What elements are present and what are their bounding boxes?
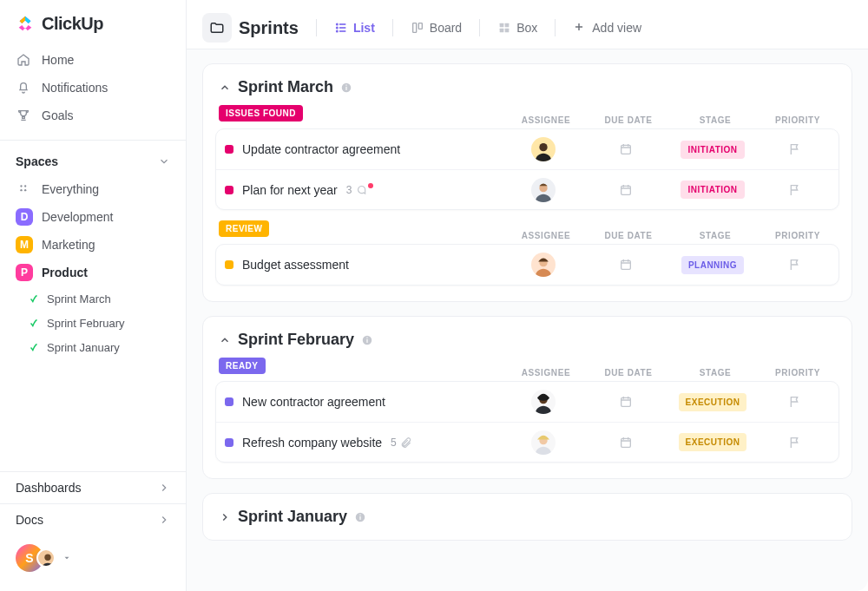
status-pill[interactable]: REVIEW — [219, 220, 269, 237]
spaces-header[interactable]: Spaces — [0, 148, 186, 175]
priority-cell[interactable] — [760, 183, 830, 197]
comment-count-value: 3 — [346, 184, 352, 196]
columns-header: ASSIGNEE DUE DATE STAGE PRIORITY — [496, 368, 839, 378]
task-row[interactable]: Update contractor agreement INITIATION — [216, 129, 838, 169]
nav-goals[interactable]: Goals — [12, 102, 174, 129]
sidebar-footer: Dashboards Docs S — [0, 471, 186, 581]
sprint-link-label: Sprint January — [47, 341, 120, 354]
assignee-avatar[interactable] — [531, 430, 556, 455]
box-icon — [497, 21, 511, 35]
due-date-cell[interactable] — [587, 142, 665, 156]
due-date-cell[interactable] — [587, 183, 665, 197]
product-children: Sprint March Sprint February Sprint Janu… — [0, 286, 186, 359]
stage-chip[interactable]: INITIATION — [681, 181, 744, 199]
brand-name: ClickUp — [42, 14, 103, 34]
nav-docs[interactable]: Docs — [0, 503, 186, 535]
separator — [316, 19, 317, 36]
status-square-icon — [225, 186, 233, 194]
task-row[interactable]: Plan for next year 3 INITIATION — [216, 169, 838, 209]
task-title-text: New contractor agreement — [242, 395, 385, 409]
divider — [0, 140, 186, 141]
space-development[interactable]: D Development — [0, 203, 186, 231]
add-view-button[interactable]: Add view — [568, 17, 647, 38]
space-product[interactable]: P Product — [0, 259, 186, 286]
sprint-toggle[interactable]: Sprint March — [215, 76, 839, 105]
sprint-link-january[interactable]: Sprint January — [12, 335, 186, 359]
task-row[interactable]: Refresh company website 5 EXECUTION — [216, 422, 838, 462]
sprint-toggle[interactable]: Sprint February — [215, 329, 839, 358]
stage-chip[interactable]: EXECUTION — [679, 393, 747, 411]
nav-label: Home — [42, 53, 74, 67]
status-pill[interactable]: READY — [219, 358, 266, 374]
task-group: Budget assessment PLANNING — [215, 244, 839, 286]
sprint-link-february[interactable]: Sprint February — [12, 311, 186, 335]
svg-rect-16 — [345, 84, 346, 85]
stage-chip[interactable]: PLANNING — [681, 256, 744, 274]
chevron-down-icon — [158, 155, 170, 167]
svg-rect-29 — [621, 438, 631, 447]
status-pill[interactable]: ISSUES FOUND — [219, 105, 303, 121]
priority-cell[interactable] — [760, 142, 830, 156]
space-badge: P — [16, 264, 33, 281]
separator — [479, 19, 480, 36]
task-title-text: Refresh company website — [242, 436, 382, 450]
svg-rect-15 — [345, 86, 346, 89]
space-marketing[interactable]: M Marketing — [0, 231, 186, 259]
task-title-text: Update contractor agreement — [242, 142, 400, 156]
nav-label: Notifications — [42, 81, 108, 95]
svg-rect-32 — [359, 514, 360, 515]
svg-rect-31 — [359, 515, 360, 519]
chevron-right-icon — [158, 482, 170, 494]
columns-header: ASSIGNEE DUE DATE STAGE PRIORITY — [496, 115, 839, 125]
col-assignee: ASSIGNEE — [503, 368, 589, 378]
everything-icon — [16, 181, 33, 198]
clickup-logo-icon — [16, 15, 35, 34]
nav-dashboards[interactable]: Dashboards — [0, 471, 186, 503]
list-icon — [334, 21, 348, 35]
view-tab-box[interactable]: Box — [492, 17, 542, 38]
task-title-text: Budget assessment — [242, 258, 349, 272]
comment-count[interactable]: 3 — [346, 184, 377, 196]
task-row[interactable]: Budget assessment PLANNING — [216, 245, 838, 285]
due-date-cell[interactable] — [587, 395, 665, 409]
priority-cell[interactable] — [760, 258, 830, 272]
svg-rect-22 — [621, 260, 631, 269]
priority-cell[interactable] — [760, 395, 830, 409]
col-stage: STAGE — [667, 368, 763, 378]
assignee-avatar[interactable] — [531, 253, 556, 277]
priority-cell[interactable] — [760, 436, 830, 450]
view-tab-list[interactable]: List — [329, 17, 380, 38]
svg-rect-11 — [505, 23, 510, 28]
assignee-avatar[interactable] — [531, 137, 556, 161]
space-label: Development — [42, 210, 114, 224]
assignee-avatar[interactable] — [531, 390, 556, 414]
stage-chip[interactable]: INITIATION — [681, 141, 744, 159]
attachment-count[interactable]: 5 — [391, 437, 412, 449]
info-icon[interactable] — [361, 334, 373, 346]
sprint-toggle[interactable]: Sprint January — [215, 506, 839, 528]
due-date-cell[interactable] — [587, 436, 665, 450]
svg-point-0 — [20, 185, 22, 187]
sprint-link-label: Sprint March — [47, 292, 111, 305]
col-priority: PRIORITY — [763, 368, 832, 378]
space-everything[interactable]: Everything — [0, 175, 186, 203]
space-badge: D — [16, 208, 33, 226]
user-menu[interactable]: S — [0, 535, 186, 581]
stage-chip[interactable]: EXECUTION — [679, 433, 747, 451]
col-priority: PRIORITY — [763, 115, 832, 125]
nav-home[interactable]: Home — [12, 46, 174, 74]
brand-logo[interactable]: ClickUp — [0, 14, 186, 43]
info-icon[interactable] — [354, 511, 366, 523]
svg-point-3 — [24, 189, 26, 191]
space-label: Marketing — [42, 238, 95, 252]
task-row[interactable]: New contractor agreement EXECUTION — [216, 382, 838, 422]
col-stage: STAGE — [667, 115, 763, 125]
assignee-avatar[interactable] — [531, 178, 556, 202]
folder-icon[interactable] — [202, 13, 232, 43]
sprint-link-march[interactable]: Sprint March — [12, 286, 186, 311]
info-icon[interactable] — [340, 82, 352, 94]
due-date-cell[interactable] — [587, 258, 665, 272]
dashboards-label: Dashboards — [16, 481, 82, 495]
view-tab-board[interactable]: Board — [405, 17, 467, 38]
nav-notifications[interactable]: Notifications — [12, 74, 174, 102]
